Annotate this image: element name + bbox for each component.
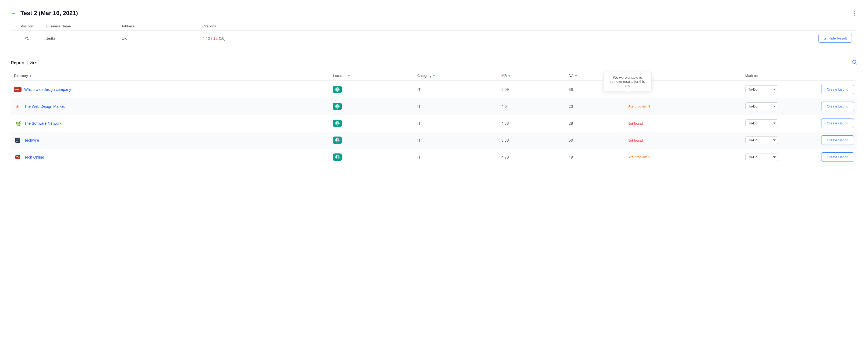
dir-link-tech-online[interactable]: Tech Online	[24, 155, 44, 159]
category-cell-web-design-market: IT	[414, 98, 498, 115]
mark-as-select-techwire[interactable]: To-DoDoneNot Applicable	[745, 136, 778, 144]
back-button[interactable]: ←	[11, 10, 16, 16]
col-address: Address	[118, 22, 199, 31]
location-badge-which-web-design	[333, 86, 342, 93]
status-cell-tech-online: Site problem ?	[624, 149, 742, 166]
citations-orange: 0	[208, 36, 210, 41]
dir-link-techwire[interactable]: Techwire	[24, 138, 39, 142]
mr-cell-which-web-design: 6.09	[498, 81, 565, 98]
citations-green: 4	[202, 36, 205, 41]
dir-link-web-design-market[interactable]: The Web Design Market	[24, 104, 65, 109]
citations-slash1: /	[206, 36, 207, 41]
address-cell: UK	[118, 31, 199, 46]
mr-cell-techwire: 3.80	[498, 132, 565, 149]
da-filter-icon[interactable]: ▾	[575, 74, 577, 77]
table-row: ✳ The Web Design Market IT 4.04 23 Site …	[11, 98, 857, 115]
category-cell-techwire: IT	[414, 132, 498, 149]
hide-result-button[interactable]: ▲ Hide Result	[818, 34, 852, 43]
dir-icon-which-web-design: WWD	[14, 87, 22, 92]
location-cell-which-web-design	[330, 81, 414, 98]
count-chevron-icon: ▾	[35, 61, 37, 65]
location-cell-web-design-market	[330, 98, 414, 115]
status-cell-web-design-market: Site problem ?	[624, 98, 742, 115]
location-cell-techwire	[330, 132, 414, 149]
svg-line-1	[856, 63, 857, 65]
th-category: Category ▾	[414, 71, 498, 81]
mark-as-select-which-web-design[interactable]: To-DoDoneNot Applicable	[745, 85, 778, 93]
create-listing-button-software-network[interactable]: Create Listing	[821, 118, 854, 128]
dir-cell-which-web-design: WWD Which web design company	[11, 81, 330, 98]
mark-as-cell-software-network: To-DoDoneNot Applicable	[742, 115, 818, 132]
citations-total: (16)	[219, 36, 225, 41]
col-citations: Citations	[199, 22, 471, 31]
hide-result-arrow: ▲	[824, 36, 827, 40]
directory-filter-icon[interactable]: ▾	[30, 74, 31, 77]
mr-cell-tech-online: 4.70	[498, 149, 565, 166]
dir-icon-techwire: techwire	[16, 138, 20, 143]
mr-filter-icon[interactable]: ▾	[508, 74, 510, 77]
da-cell-tech-online: 49	[565, 149, 624, 166]
dir-cell-web-design-market: ✳ The Web Design Market	[11, 98, 330, 115]
dir-cell-tech-online: TL Tech Online	[11, 149, 330, 166]
dir-cell-software-network: 🌿 The Software Network	[11, 115, 330, 132]
da-cell-software-network: 28	[565, 115, 624, 132]
search-button[interactable]	[852, 59, 857, 66]
mark-as-cell-techwire: To-DoDoneNot Applicable	[742, 132, 818, 149]
th-directory: Directory ▾	[11, 71, 330, 81]
status-not-found: Not found	[627, 122, 643, 126]
report-count-select[interactable]: 20 ▾	[27, 60, 39, 66]
table-row: TL Tech Online IT 4.70 49 Site problem ?…	[11, 149, 857, 166]
location-badge-tech-online	[333, 153, 342, 161]
category-cell-which-web-design: IT	[414, 81, 498, 98]
status-question-icon[interactable]: ?	[648, 155, 650, 159]
report-label: Report 20 ▾	[11, 60, 39, 66]
location-cell-software-network	[330, 115, 414, 132]
dir-icon-softwarenetwork: 🌿	[16, 121, 20, 126]
create-listing-button-techwire[interactable]: Create Listing	[821, 135, 854, 145]
status-cell-techwire: Not found	[624, 132, 742, 149]
create-listing-button-web-design-market[interactable]: Create Listing	[821, 102, 854, 111]
location-filter-icon[interactable]: ▾	[348, 74, 350, 77]
category-cell-software-network: IT	[414, 115, 498, 132]
more-menu-button[interactable]: ⋮	[852, 10, 857, 16]
search-icon	[852, 61, 857, 66]
status-question-icon[interactable]: ?	[648, 104, 650, 108]
th-mark-as: Mark as	[742, 71, 818, 81]
location-badge-web-design-market	[333, 103, 342, 110]
hide-result-label: Hide Result	[829, 36, 847, 40]
category-cell-tech-online: IT	[414, 149, 498, 166]
business-name-cell: Jeitta	[43, 31, 118, 46]
location-badge-software-network	[333, 119, 342, 127]
dir-icon-techonline: TL	[16, 155, 20, 159]
mark-as-cell-which-web-design: To-DoDoneNot Applicable	[742, 81, 818, 98]
action-cell-software-network: Create Listing	[818, 115, 857, 132]
col-position: Position	[11, 22, 43, 31]
hide-result-cell: ▲ Hide Result	[471, 31, 857, 46]
dir-icon-whichwebdesign: WWD	[14, 87, 22, 92]
dir-icon-tech-online: TL	[14, 155, 22, 160]
dir-icon-software-network: 🌿	[14, 121, 22, 126]
summary-table: Position Business Name Address Citations…	[11, 22, 857, 46]
status-cell-which-web-design: We were unable to retrieve results for t…	[624, 81, 742, 98]
dir-link-which-web-design[interactable]: Which web design company	[24, 87, 71, 92]
summary-row: #1 Jeitta UK 4 / 0 / 12 (16) ▲	[11, 31, 857, 46]
dir-link-software-network[interactable]: The Software Network	[24, 121, 62, 126]
status-site-problem: Site problem ?	[627, 104, 739, 108]
create-listing-button-which-web-design[interactable]: Create Listing	[821, 85, 854, 94]
action-cell-which-web-design: Create Listing	[818, 81, 857, 98]
page-header: ← Test 2 (Mar 16, 2021) ⋮	[11, 5, 857, 22]
mr-cell-web-design-market: 4.04	[498, 98, 565, 115]
status-site-problem: Site problem ?	[627, 155, 739, 159]
back-icon: ←	[11, 10, 16, 16]
category-filter-icon[interactable]: ▾	[433, 74, 435, 77]
mark-as-cell-web-design-market: To-DoDoneNot Applicable	[742, 98, 818, 115]
dir-icon-web-design-market: ✳	[14, 104, 22, 109]
citations-cell: 4 / 0 / 12 (16)	[199, 31, 471, 46]
tooltip-box: We were unable to retrieve results for t…	[603, 72, 652, 91]
mark-as-select-web-design-market[interactable]: To-DoDoneNot Applicable	[745, 102, 778, 110]
create-listing-button-tech-online[interactable]: Create Listing	[821, 152, 854, 162]
action-cell-techwire: Create Listing	[818, 132, 857, 149]
mark-as-select-tech-online[interactable]: To-DoDoneNot Applicable	[745, 153, 778, 161]
section-divider	[11, 53, 857, 53]
mark-as-select-software-network[interactable]: To-DoDoneNot Applicable	[745, 119, 778, 127]
